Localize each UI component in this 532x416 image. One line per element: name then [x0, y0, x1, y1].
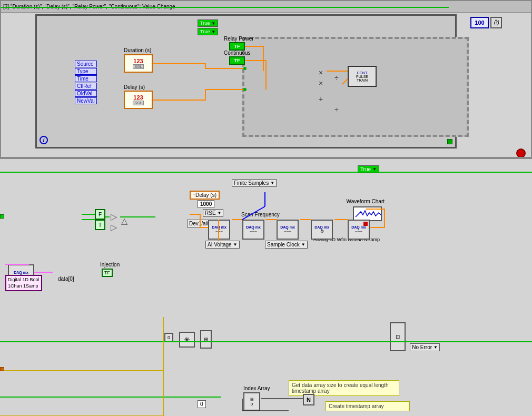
no-error-dropdown[interactable]: No Error [410, 343, 440, 351]
waveform-chart-label: Waveform Chart [347, 199, 385, 204]
index-array-label: Index Array [243, 385, 270, 391]
dev-label: Dev1/ai0 [189, 221, 210, 226]
daqmx-block5: DAQ mx ~~~ [348, 220, 370, 240]
duration-input[interactable]: 123 SGL [124, 54, 153, 73]
delay-label: Delay (s) [124, 84, 145, 90]
zero-block: 0 [164, 333, 173, 342]
rse-label: RSE [205, 210, 216, 216]
zero-val: 0 [168, 335, 170, 340]
add-node: + [319, 95, 323, 103]
delay-value-box[interactable]: 1000 [198, 200, 214, 208]
ai-voltage-dropdown[interactable]: AI Voltage [205, 241, 240, 249]
duration-label: Duration (s) [124, 47, 151, 53]
sample-clock-dropdown[interactable]: Sample Clock [265, 241, 308, 249]
delay-ctrl: SGL [133, 101, 143, 105]
sample-clock-label: Sample Clock [267, 242, 300, 247]
bottom-panel: True Finite Samples ↑Delay (s) 1000 RSE … [0, 158, 532, 416]
pulse-train-block: CONT PULSETRAIN [348, 66, 377, 87]
tri-right2: ▷ [111, 222, 117, 232]
t-block: T [95, 220, 105, 230]
create-ts-comment: Create timestamp array [326, 401, 410, 411]
delay-input[interactable]: 123 SGL [124, 91, 153, 109]
divide-node: ÷ [334, 74, 339, 82]
btm-true-dropdown[interactable]: True [358, 165, 379, 173]
tf-label: TF [234, 44, 240, 49]
continuous-tf[interactable]: TF [229, 56, 245, 65]
true-label1: True [200, 21, 210, 26]
tri-right1: ▷ [111, 212, 117, 222]
type-item: Type [75, 68, 97, 75]
true-dropdown2[interactable]: True [198, 28, 218, 35]
tri-right3: △ [121, 216, 127, 226]
newval-item: NewVal [75, 97, 97, 104]
continuous-label: Continuous [224, 50, 251, 56]
no-error-label: No Error [412, 344, 432, 350]
scan-freq-label: Scan Frequency [241, 212, 280, 217]
true-label2: True [200, 29, 210, 34]
bottom-wires [0, 159, 532, 416]
relay-power-tf[interactable]: TF [229, 42, 245, 51]
injection-label: Injection [100, 262, 120, 268]
finite-samples-dropdown[interactable]: Finite Samples [232, 179, 277, 187]
ctlref-item: CtlRef [75, 83, 97, 90]
top-inner-frame [242, 37, 469, 137]
list-block: Source Type Time CtlRef OldVal NewVal [75, 61, 97, 105]
duration-ctrl: SGL [133, 64, 143, 69]
daqmx-block2: DAQ mx ~~~ [242, 220, 264, 240]
multiply-node2: × [319, 79, 323, 87]
left-connector1 [0, 214, 4, 219]
injection-tf[interactable]: TF [102, 269, 113, 277]
waveform-chart-block [353, 206, 382, 221]
continuous-tf-label: TF [234, 58, 240, 63]
green-indicator [447, 139, 452, 144]
daqmx-block1: DAQ mx ~~~ [208, 220, 230, 240]
f-block: F [95, 209, 105, 220]
pulse-label: PULSETRAIN [356, 75, 368, 82]
divide-node2: ÷ [334, 105, 339, 114]
oldval-item: OldVal [75, 90, 97, 97]
true-dropdown1[interactable]: True [198, 19, 218, 27]
data-label: data[0] [58, 276, 74, 282]
daqmx-block3: DAQ mx ~~~ [277, 220, 299, 240]
finite-samples-label: Finite Samples [234, 180, 269, 186]
bundle-block2: ⊡ [390, 322, 406, 351]
n-block: N [303, 394, 314, 405]
iter-box[interactable]: 100 [470, 17, 489, 28]
array-asterisk: ✳ [179, 332, 195, 348]
relay-power-label: Relay Power [224, 36, 254, 42]
time-item: Time [75, 75, 97, 82]
top-main-frame: Source Type Time CtlRef OldVal NewVal Du… [35, 14, 457, 148]
top-panel: [2] "Duration (s)", "Delay (s)", "Relay … [0, 0, 532, 158]
iter-value: 100 [475, 19, 484, 26]
zero-bottom: 0 [198, 400, 206, 408]
btm-true-label: True [360, 166, 371, 172]
top-toolbar: [2] "Duration (s)", "Delay (s)", "Relay … [1, 1, 531, 13]
stop-button[interactable] [516, 148, 526, 158]
digital-bool-block: Digital 1D Bool1Chan 1Samp [5, 275, 42, 291]
cont-label: CONT [357, 71, 368, 75]
delay-value: 123 [133, 94, 143, 101]
source-item: Source [75, 61, 97, 67]
left-connector2 [0, 367, 4, 371]
duration-value: 123 [133, 58, 143, 64]
ai-voltage-label: AI Voltage [208, 242, 232, 247]
delay-value: 1000 [200, 201, 212, 207]
index-array-block: ⊞0 [243, 392, 260, 411]
rse-dropdown[interactable]: RSE [203, 209, 223, 217]
bundle-block1: ⊞ [200, 330, 212, 349]
clock-icon[interactable]: ⏱ [490, 17, 502, 28]
get-data-label: Get data array size to create equal leng… [292, 382, 388, 394]
delay-arrow-box[interactable]: ↑Delay (s) [190, 191, 220, 200]
multiply-node: × [319, 68, 323, 77]
delay-label-btm: Delay (s) [195, 192, 216, 198]
daqmx-block4: DAQ mx ⚙ [311, 220, 333, 240]
toolbar-label: [2] "Duration (s)", "Delay (s)", "Relay … [3, 4, 175, 9]
info-icon: i [40, 136, 48, 144]
create-ts-label: Create timestamp array [329, 403, 383, 409]
